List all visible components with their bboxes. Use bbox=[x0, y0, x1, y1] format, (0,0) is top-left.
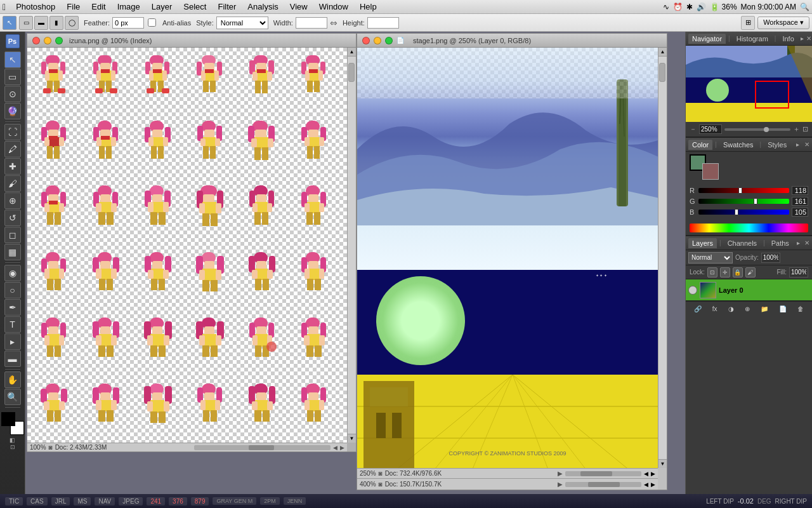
hand-tool[interactable]: ✋ bbox=[4, 371, 21, 388]
lasso-tool[interactable]: ⊙ bbox=[4, 86, 21, 102]
move-tool[interactable]: ↖ bbox=[4, 51, 21, 68]
stage-maximize-btn[interactable] bbox=[385, 37, 393, 44]
g-value-input[interactable] bbox=[792, 197, 808, 206]
layers-adjustment-btn[interactable]: ⊕ bbox=[742, 304, 752, 314]
lock-position-btn[interactable]: ✛ bbox=[720, 267, 730, 277]
tab-paths[interactable]: Paths bbox=[768, 238, 793, 248]
scroll-down-btn[interactable]: ▼ bbox=[348, 434, 356, 443]
tab-color[interactable]: Color bbox=[688, 140, 712, 150]
b-track[interactable] bbox=[698, 210, 789, 215]
izuna-close-btn[interactable] bbox=[32, 37, 40, 44]
marquee-rect-icon[interactable]: ▭ bbox=[19, 16, 33, 30]
r-value-input[interactable] bbox=[792, 186, 808, 195]
type-tool[interactable]: T bbox=[4, 316, 21, 333]
r-track[interactable] bbox=[698, 188, 789, 193]
quick-select-tool[interactable]: 🔮 bbox=[4, 103, 21, 119]
tab-info[interactable]: Info bbox=[778, 34, 797, 44]
workspace-icon[interactable]: ⊞ bbox=[741, 16, 755, 30]
quick-mask-mode[interactable]: ◧ bbox=[10, 437, 15, 443]
marquee-ellipse-icon[interactable]: ◯ bbox=[65, 16, 79, 30]
stage-prev-2[interactable]: ◀ bbox=[644, 481, 648, 488]
zoom-plus-btn[interactable]: ＋ bbox=[793, 124, 800, 134]
stage-canvas[interactable]: ✦ ✦ ✦ bbox=[357, 48, 658, 468]
tab-layers[interactable]: Layers bbox=[688, 238, 717, 248]
r-handle[interactable] bbox=[738, 187, 742, 194]
feather-input[interactable] bbox=[112, 17, 144, 29]
taskbar-cas[interactable]: CAS bbox=[27, 497, 48, 505]
zoom-fit-btn[interactable]: ⊡ bbox=[802, 125, 808, 133]
anti-alias-checkbox[interactable] bbox=[148, 18, 156, 27]
clone-tool[interactable]: ⊕ bbox=[4, 192, 21, 209]
navigator-panel-close[interactable]: ✕ bbox=[806, 35, 811, 42]
stage-scroll-handle-h-2[interactable] bbox=[588, 482, 620, 487]
screen-mode[interactable]: ⊡ bbox=[10, 444, 15, 450]
tab-histogram[interactable]: Histogram bbox=[733, 34, 772, 44]
stage-prev-1[interactable]: ◀ bbox=[644, 471, 648, 477]
stage-zoom-icon-2[interactable]: ◙ bbox=[379, 481, 383, 488]
layers-link-btn[interactable]: 🔗 bbox=[691, 304, 704, 314]
marquee-row-icon[interactable]: ▬ bbox=[34, 16, 48, 30]
menu-layer[interactable]: Layer bbox=[147, 1, 178, 12]
workspace-button[interactable]: Workspace ▾ bbox=[757, 17, 809, 29]
stage-next-2[interactable]: ▶ bbox=[651, 481, 655, 488]
taskbar-nav[interactable]: NAV bbox=[95, 497, 115, 505]
lock-paint-btn[interactable]: 🖌 bbox=[745, 267, 756, 277]
layers-group-btn[interactable]: 📁 bbox=[758, 304, 771, 314]
menu-window[interactable]: Window bbox=[314, 1, 353, 12]
color-spectrum-bar[interactable] bbox=[690, 224, 808, 232]
fill-input[interactable] bbox=[789, 267, 808, 277]
history-tool[interactable]: ↺ bbox=[4, 210, 21, 226]
foreground-color-swatch[interactable] bbox=[1, 412, 15, 426]
stage-scroll-up[interactable]: ▲ bbox=[658, 48, 667, 57]
lock-all-btn[interactable]: 🔒 bbox=[733, 267, 743, 277]
b-handle[interactable] bbox=[735, 209, 738, 215]
stage-zoom-icon-1[interactable]: ◙ bbox=[379, 470, 383, 477]
b-value-input[interactable] bbox=[792, 208, 808, 217]
search-icon[interactable]: 🔍 bbox=[800, 3, 809, 11]
lock-pixels-btn[interactable]: ⊡ bbox=[707, 267, 717, 277]
marquee-col-icon[interactable]: ▮ bbox=[49, 16, 63, 30]
menu-view[interactable]: View bbox=[285, 1, 313, 12]
scroll-handle-v[interactable] bbox=[348, 63, 355, 82]
izuna-zoom-icon[interactable]: ◙ bbox=[49, 444, 53, 451]
zoom-tool[interactable]: 🔍 bbox=[4, 389, 21, 405]
marquee-tool[interactable]: ▭ bbox=[4, 69, 21, 85]
shape-tool[interactable]: ▬ bbox=[4, 351, 21, 367]
stage-scrollbar-v[interactable]: ▲ ▼ bbox=[658, 48, 667, 468]
izuna-scrollbar-v[interactable]: ▲ ▼ bbox=[347, 48, 356, 443]
menu-edit[interactable]: Edit bbox=[86, 1, 110, 12]
menu-help[interactable]: Help bbox=[355, 1, 382, 12]
layers-new-btn[interactable]: 📄 bbox=[776, 304, 789, 314]
g-track[interactable] bbox=[698, 199, 789, 204]
layers-panel-menu[interactable]: ▸ bbox=[797, 239, 800, 246]
stage-next-1[interactable]: ▶ bbox=[651, 471, 655, 477]
taskbar-jpeg[interactable]: JPEG bbox=[119, 497, 143, 505]
blend-mode-select[interactable]: Normal Multiply Screen bbox=[688, 252, 733, 264]
zoom-slider[interactable] bbox=[724, 128, 790, 131]
layer-0-item[interactable]: Layer 0 bbox=[686, 279, 812, 301]
swap-wh-icon[interactable]: ⇔ bbox=[330, 18, 337, 28]
izuna-scroll-next[interactable]: ▶ bbox=[340, 444, 344, 451]
stage-play-btn-2[interactable]: ▶ bbox=[558, 481, 563, 488]
scroll-up-btn[interactable]: ▲ bbox=[348, 48, 356, 57]
layers-panel-close[interactable]: ✕ bbox=[804, 239, 809, 246]
gradient-tool[interactable]: ▦ bbox=[4, 244, 21, 260]
menu-select[interactable]: Select bbox=[178, 1, 211, 12]
layer-0-visibility[interactable] bbox=[688, 286, 697, 295]
izuna-maximize-btn[interactable] bbox=[55, 37, 63, 44]
stage-play-btn-1[interactable]: ▶ bbox=[558, 470, 563, 477]
zoom-minus-btn[interactable]: － bbox=[690, 124, 697, 134]
izuna-canvas[interactable] bbox=[27, 48, 347, 443]
izuna-scrollbar-h[interactable] bbox=[194, 445, 331, 450]
taskbar-jrl[interactable]: JRL bbox=[51, 497, 70, 505]
path-select-tool[interactable]: ▸ bbox=[4, 333, 21, 350]
stage-close-btn[interactable] bbox=[362, 37, 370, 44]
stage-scrollbar-h-2[interactable] bbox=[565, 482, 641, 487]
menu-analysis[interactable]: Analysis bbox=[242, 1, 283, 12]
menu-image[interactable]: Image bbox=[112, 1, 145, 12]
pen-tool[interactable]: ✒ bbox=[4, 299, 21, 316]
taskbar-tic[interactable]: TIC bbox=[5, 497, 23, 505]
zoom-input[interactable] bbox=[699, 124, 722, 134]
background-color-box[interactable] bbox=[702, 163, 719, 180]
color-panel-menu[interactable]: ▸ bbox=[796, 141, 799, 148]
